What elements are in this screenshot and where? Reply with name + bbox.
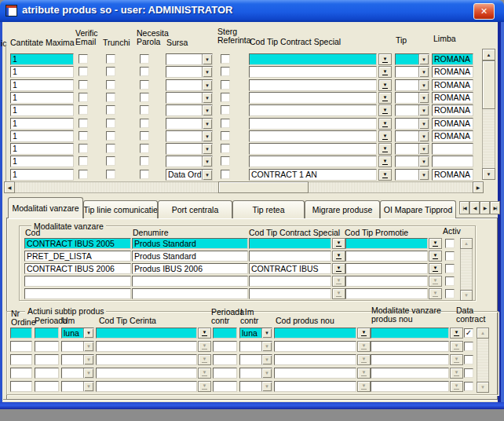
cod-tip-contract-special-lov-button[interactable]: ▼ <box>378 130 392 142</box>
im-contr-combo[interactable]: ▼ <box>239 341 272 352</box>
modalitate-vanzare-produs-nou-lov-button[interactable]: ▼ <box>450 328 463 339</box>
tab-scroll-last-button[interactable]: ▶| <box>490 201 500 214</box>
verific-email-checkbox[interactable] <box>79 54 88 64</box>
um-combo[interactable]: luna▼ <box>61 328 94 339</box>
tip-combo[interactable]: ▼ <box>395 79 429 91</box>
cod-tip-promotie-lov-button[interactable]: ▼ <box>429 238 442 249</box>
trunchi-checkbox[interactable] <box>106 67 115 76</box>
dropdown-arrow-icon[interactable]: ▼ <box>261 368 272 378</box>
dropdown-arrow-icon[interactable]: ▼ <box>418 131 429 141</box>
dropdown-arrow-icon[interactable]: ▼ <box>261 355 272 364</box>
sterg-referinta-checkbox[interactable] <box>221 119 230 128</box>
sterg-referinta-checkbox[interactable] <box>221 80 230 90</box>
dropdown-arrow-icon[interactable]: ▼ <box>83 382 93 391</box>
trunchi-checkbox[interactable] <box>106 144 115 153</box>
necesita-parola-checkbox[interactable] <box>140 105 149 115</box>
nr-ordine-field[interactable] <box>10 368 32 379</box>
trunchi-checkbox[interactable] <box>106 80 115 90</box>
tab-tip-linie-comunicatie[interactable]: Tip linie comunicatie <box>83 200 158 218</box>
nr-ordine-field[interactable] <box>10 354 32 365</box>
perioada-field[interactable] <box>35 381 59 392</box>
um-combo[interactable]: ▼ <box>61 381 94 392</box>
limba-field[interactable]: ROMANA <box>432 66 473 78</box>
sterg-referinta-checkbox[interactable] <box>221 105 230 115</box>
um-combo[interactable]: ▼ <box>61 368 94 379</box>
cod-tip-contract-special-lov-button[interactable]: ▼ <box>378 169 392 181</box>
verific-email-checkbox[interactable] <box>79 119 88 128</box>
im-contr-combo[interactable]: luna▼ <box>239 328 272 339</box>
cod-tip-contract-special-field[interactable] <box>249 288 331 299</box>
tip-combo[interactable]: ▼ <box>395 143 429 155</box>
verific-email-checkbox[interactable] <box>79 144 88 153</box>
cod-produs-nou-lov-button[interactable]: ▼ <box>357 368 371 379</box>
um-combo[interactable]: ▼ <box>61 354 94 365</box>
trunchi-checkbox[interactable] <box>106 156 115 166</box>
cod-tip-cerinta-field[interactable] <box>96 341 197 352</box>
dropdown-arrow-icon[interactable]: ▼ <box>418 54 429 64</box>
cod-tip-contract-special-lov-button[interactable]: ▼ <box>378 66 392 78</box>
modalitate-vanzare-produs-nou-field[interactable] <box>371 381 449 392</box>
sterg-referinta-checkbox[interactable] <box>221 67 230 76</box>
tab-scroll-next-button[interactable]: ▶ <box>480 201 490 214</box>
cod-tip-cerinta-field[interactable] <box>96 368 197 379</box>
top-grid-hscroll-left-button[interactable]: ◀ <box>4 181 15 193</box>
cantitate-maxima-field[interactable]: 1 <box>10 66 74 78</box>
cod-tip-cerinta-lov-button[interactable]: ▼ <box>198 381 211 392</box>
cod-tip-cerinta-field[interactable] <box>96 328 197 339</box>
sursa-combo[interactable]: ▼ <box>166 79 213 91</box>
denumire-field[interactable] <box>132 288 248 299</box>
verific-email-checkbox[interactable] <box>79 105 88 115</box>
top-grid-hscroll-right-button[interactable]: ▶ <box>473 181 484 193</box>
tab-tip-retea[interactable]: Tip retea <box>232 200 305 218</box>
cod-tip-contract-special-lov-button[interactable]: ▼ <box>378 143 392 155</box>
tip-combo[interactable]: ▼ <box>395 156 429 167</box>
sursa-combo[interactable]: ▼ <box>166 53 213 65</box>
cod-field[interactable]: CONTRACT IBUS 2006 <box>24 263 131 274</box>
dropdown-arrow-icon[interactable]: ▼ <box>202 105 212 115</box>
cod-tip-contract-special-lov-button[interactable]: ▼ <box>378 156 392 167</box>
cod-tip-contract-special-lov-button[interactable]: ▼ <box>378 92 392 104</box>
cod-produs-nou-field[interactable] <box>274 368 356 379</box>
limba-field[interactable]: ROMANA <box>432 79 473 91</box>
cod-produs-nou-field[interactable] <box>274 381 356 392</box>
cod-tip-contract-special-field[interactable] <box>249 238 331 249</box>
necesita-parola-checkbox[interactable] <box>140 54 149 64</box>
dropdown-arrow-icon[interactable]: ▼ <box>261 342 272 351</box>
um-combo[interactable]: ▼ <box>61 341 94 352</box>
verific-email-checkbox[interactable] <box>79 156 88 166</box>
modalitate-vanzare-produs-nou-lov-button[interactable]: ▼ <box>450 368 463 379</box>
cod-tip-promotie-field[interactable] <box>345 251 428 262</box>
cod-tip-contract-special-lov-button[interactable]: ▼ <box>332 251 345 262</box>
perioada-field[interactable] <box>35 341 59 352</box>
perioada-contr-field[interactable] <box>213 381 237 392</box>
cod-produs-nou-lov-button[interactable]: ▼ <box>357 354 371 365</box>
cod-tip-cerinta-field[interactable] <box>96 381 197 392</box>
dropdown-arrow-icon[interactable]: ▼ <box>261 328 272 338</box>
nr-ordine-field[interactable] <box>10 381 32 392</box>
limba-field[interactable]: ROMANA <box>432 53 473 65</box>
verific-email-checkbox[interactable] <box>79 67 88 76</box>
perioada-field[interactable] <box>35 328 59 339</box>
cod-tip-contract-special-field[interactable] <box>249 118 377 130</box>
cod-produs-nou-field[interactable] <box>274 328 356 339</box>
cantitate-maxima-field[interactable]: 1 <box>10 53 74 65</box>
cod-produs-nou-field[interactable] <box>274 354 356 365</box>
tab-port-centrala[interactable]: Port centrala <box>158 200 232 218</box>
im-contr-combo[interactable]: ▼ <box>239 368 272 379</box>
dropdown-arrow-icon[interactable]: ▼ <box>202 119 212 129</box>
limba-field[interactable]: ROMANA <box>432 118 473 130</box>
top-grid-vscroll-up-button[interactable]: ▲ <box>482 49 495 60</box>
tab-migrare-produse[interactable]: Migrare produse <box>305 200 380 218</box>
cod-tip-contract-special-field[interactable] <box>249 251 331 262</box>
perioada-contr-field[interactable] <box>213 328 237 339</box>
cod-tip-contract-special-field[interactable] <box>249 276 331 287</box>
cod-tip-contract-special-field[interactable]: CONTRACT 1 AN <box>249 169 377 181</box>
cod-tip-contract-special-lov-button[interactable]: ▼ <box>332 238 345 249</box>
modalitate-vanzare-produs-nou-lov-button[interactable]: ▼ <box>450 341 463 352</box>
top-grid-vscroll-down-button[interactable]: ▼ <box>482 168 495 180</box>
denumire-field[interactable]: Produs IBUS 2006 <box>132 263 248 274</box>
cod-tip-contract-special-lov-button[interactable]: ▼ <box>378 53 392 65</box>
cod-tip-promotie-field[interactable] <box>345 288 428 299</box>
dropdown-arrow-icon[interactable]: ▼ <box>202 144 212 154</box>
cod-tip-contract-special-field[interactable] <box>249 130 377 142</box>
